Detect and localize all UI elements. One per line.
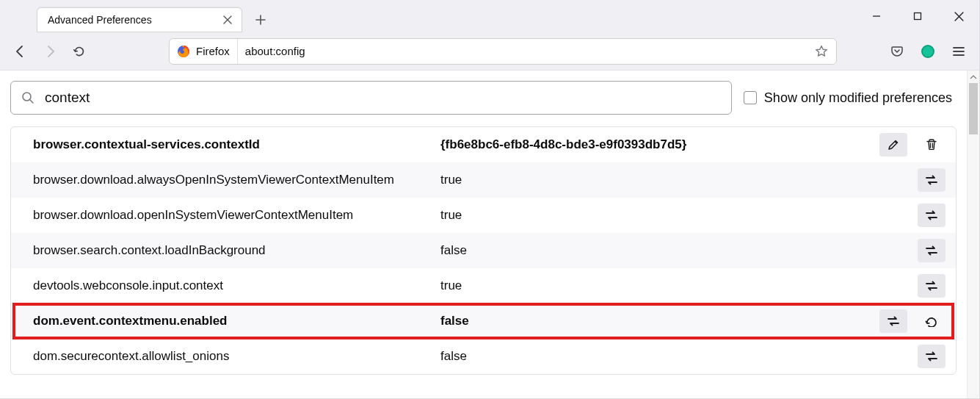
tab-title: Advanced Preferences xyxy=(48,14,221,26)
app-menu-button[interactable] xyxy=(945,38,972,65)
preference-name: browser.download.alwaysOpenInSystemViewe… xyxy=(33,173,440,187)
preference-value: false xyxy=(440,243,918,258)
preference-row: dom.event.contextmenu.enabledfalse xyxy=(11,303,956,339)
toggle-icon xyxy=(886,315,901,327)
preference-search-box[interactable] xyxy=(10,81,732,115)
preference-value: true xyxy=(440,208,918,223)
window-controls xyxy=(856,0,979,32)
preference-row: dom.securecontext.allowlist_onionsfalse xyxy=(11,339,956,374)
show-modified-only-checkbox[interactable]: Show only modified preferences xyxy=(744,90,957,106)
preference-table: browser.contextual-services.contextId{fb… xyxy=(10,126,957,375)
preference-value: {fb6e8bc6-efb8-4d8c-bde3-e9f0393db7d5} xyxy=(440,137,879,152)
preference-actions xyxy=(918,204,945,227)
preference-actions xyxy=(918,274,945,298)
delete-button[interactable] xyxy=(918,133,945,157)
checkbox-icon xyxy=(744,91,757,104)
preference-actions xyxy=(879,133,945,157)
toggle-icon xyxy=(924,174,939,186)
preference-value: false xyxy=(440,314,879,328)
preference-actions xyxy=(918,345,945,368)
toggle-button[interactable] xyxy=(918,239,945,262)
grammarly-icon xyxy=(921,45,934,58)
scroll-up-button[interactable] xyxy=(968,71,979,83)
new-tab-button[interactable] xyxy=(248,7,273,32)
reset-icon xyxy=(924,315,939,327)
preference-actions xyxy=(918,168,945,192)
toolbar: Firefox about:config xyxy=(0,32,979,71)
toggle-button[interactable] xyxy=(879,309,907,333)
pocket-button[interactable] xyxy=(884,38,910,65)
checkbox-label: Show only modified preferences xyxy=(764,90,952,106)
preference-row: browser.download.alwaysOpenInSystemViewe… xyxy=(11,162,956,198)
scroll-thumb[interactable] xyxy=(969,83,978,134)
preference-row: browser.download.openInSystemViewerConte… xyxy=(11,198,956,233)
preference-name: dom.event.contextmenu.enabled xyxy=(33,314,440,328)
preference-row: browser.search.context.loadInBackgroundf… xyxy=(11,233,956,268)
toggle-button[interactable] xyxy=(918,168,945,192)
toggle-icon xyxy=(924,280,939,292)
toggle-button[interactable] xyxy=(918,345,945,368)
window-close-button[interactable] xyxy=(938,0,979,32)
close-tab-button[interactable] xyxy=(221,13,234,26)
edit-icon xyxy=(887,138,900,151)
preference-value: true xyxy=(440,278,918,293)
tab-strip: Advanced Preferences xyxy=(0,0,979,32)
toolbar-right xyxy=(884,38,972,65)
toggle-button[interactable] xyxy=(918,274,945,298)
reload-button[interactable] xyxy=(66,38,92,65)
toggle-icon xyxy=(924,351,939,362)
preference-row: devtools.webconsole.input.contexttrue xyxy=(11,268,956,303)
bookmark-star-button[interactable] xyxy=(811,41,832,62)
forward-button[interactable] xyxy=(37,38,63,65)
preference-value: false xyxy=(440,349,918,364)
window-maximize-button[interactable] xyxy=(897,0,938,32)
tab-active[interactable]: Advanced Preferences xyxy=(37,7,242,32)
search-icon xyxy=(21,91,35,104)
edit-button[interactable] xyxy=(879,133,907,157)
preference-name: browser.search.context.loadInBackground xyxy=(33,243,440,258)
vertical-scrollbar[interactable] xyxy=(967,71,979,398)
toggle-button[interactable] xyxy=(918,204,945,227)
preference-actions xyxy=(918,239,945,262)
reset-button[interactable] xyxy=(918,309,945,333)
back-button[interactable] xyxy=(7,38,34,65)
url-bar[interactable]: Firefox about:config xyxy=(169,38,837,65)
svg-point-2 xyxy=(23,93,31,101)
toggle-icon xyxy=(924,245,939,256)
url-value: about:config xyxy=(245,45,305,57)
preference-name: browser.contextual-services.contextId xyxy=(33,137,440,152)
window-minimize-button[interactable] xyxy=(856,0,897,32)
url-text: about:config xyxy=(238,45,811,57)
page-content: Show only modified preferences browser.c… xyxy=(0,71,967,398)
extension-grammarly-button[interactable] xyxy=(915,38,941,65)
preference-name: devtools.webconsole.input.context xyxy=(33,278,440,293)
firefox-icon xyxy=(177,45,190,58)
toggle-icon xyxy=(924,209,939,221)
preference-name: browser.download.openInSystemViewerConte… xyxy=(33,208,440,223)
preference-name: dom.securecontext.allowlist_onions xyxy=(33,349,440,364)
site-identity[interactable]: Firefox xyxy=(170,39,238,64)
identity-label: Firefox xyxy=(196,45,230,57)
preference-actions xyxy=(879,309,945,333)
preference-value: true xyxy=(440,173,918,187)
preference-row: browser.contextual-services.contextId{fb… xyxy=(11,127,956,162)
preference-search-input[interactable] xyxy=(43,89,721,107)
trash-icon xyxy=(925,138,938,151)
svg-rect-0 xyxy=(915,13,921,20)
